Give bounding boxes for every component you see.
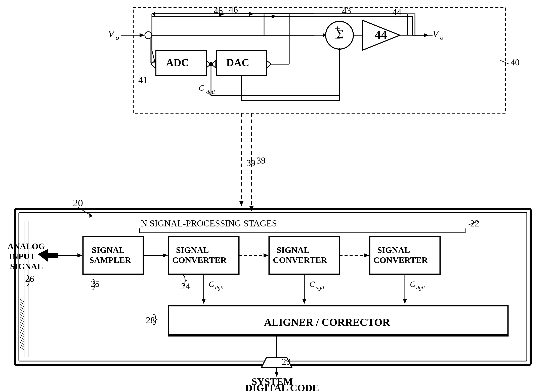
converter1-line2: CONVERTER bbox=[172, 255, 227, 265]
cdgtl1-sub: dgtl bbox=[215, 284, 224, 291]
ref-39-label: 39 bbox=[257, 155, 266, 166]
ref-28: 28 bbox=[146, 315, 155, 325]
analog-input-line3: SIGNAL bbox=[10, 262, 43, 271]
cdgtl2-label: C bbox=[309, 280, 315, 289]
svg-point-21 bbox=[209, 62, 213, 66]
ref-22: 22 bbox=[470, 218, 479, 228]
system-digital-line2: DIGITAL CODE bbox=[245, 382, 319, 392]
ref-29: 29 bbox=[282, 357, 291, 367]
amp-label-44: 44 bbox=[375, 28, 387, 42]
cdgtl2-sub: dgtl bbox=[316, 284, 324, 291]
sampler-line1: SIGNAL bbox=[92, 245, 124, 255]
vo-output-sub: o bbox=[440, 34, 443, 41]
cdgtl-top: C bbox=[199, 83, 204, 92]
adc-label: ADC bbox=[166, 57, 189, 68]
cdgtl-top-sub: dgtl bbox=[206, 89, 215, 95]
svg-point-5 bbox=[145, 32, 152, 39]
converter2-line1: SIGNAL bbox=[277, 245, 309, 255]
analog-input-line2: INPUT bbox=[9, 252, 35, 261]
cdgtl3-label: C bbox=[410, 280, 415, 289]
cdgtl3-sub: dgtl bbox=[416, 284, 425, 291]
converter1-line1: SIGNAL bbox=[176, 245, 209, 255]
analog-input-line1: ANALOG bbox=[8, 242, 45, 251]
sampler-line2: SAMPLER bbox=[89, 255, 131, 265]
aligner-label: ALIGNER / CORRECTOR bbox=[264, 317, 390, 328]
ref-43: 43 bbox=[342, 6, 351, 16]
ref-40: 40 bbox=[511, 57, 520, 67]
ref-26: 26 bbox=[25, 274, 34, 284]
converter3-line1: SIGNAL bbox=[377, 245, 410, 255]
sigma-symbol: Σ bbox=[336, 27, 344, 41]
n-stages-label: N SIGNAL-PROCESSING STAGES bbox=[141, 218, 277, 228]
vo-output-label: V bbox=[433, 29, 439, 39]
diagram-container: 40 V o 46 ADC bbox=[0, 0, 553, 392]
vo-input-sub: o bbox=[116, 34, 119, 41]
ref-20: 20 bbox=[73, 197, 83, 209]
converter3-line2: CONVERTER bbox=[373, 255, 428, 265]
ref-41: 41 bbox=[138, 75, 147, 85]
vo-input-label: V bbox=[108, 29, 115, 39]
ref-39: 39 bbox=[246, 158, 256, 168]
ref-44-label: 44 bbox=[392, 7, 401, 17]
ref-24: 24 bbox=[181, 281, 190, 291]
dac-label: DAC bbox=[226, 57, 249, 68]
converter2-line2: CONVERTER bbox=[273, 255, 327, 265]
cdgtl1-label: C bbox=[209, 280, 214, 289]
